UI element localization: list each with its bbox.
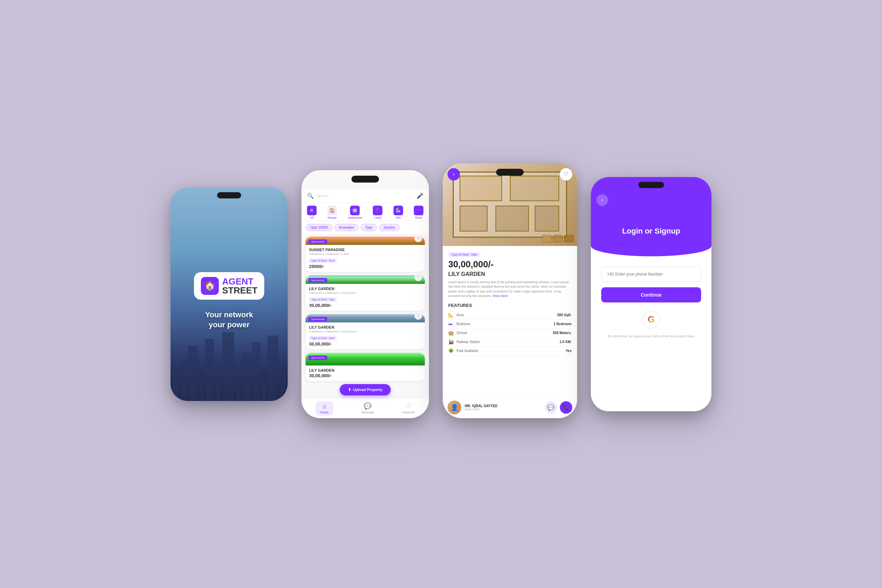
logo-icon: 🏠: [201, 277, 219, 295]
listing-title-lily2: LILY GARDEN: [309, 325, 422, 329]
listing-sub-sunset: 2 Bedroom | 1 Bathroom | 1 Bath: [309, 252, 422, 256]
railway-icon: 🚂: [448, 339, 456, 345]
filter-chip-price[interactable]: Upto 10000: [306, 224, 333, 231]
railway-label: Railway Station: [456, 340, 560, 344]
message-nav-label: Message: [362, 411, 374, 414]
nav-label-info: Info: [396, 216, 401, 219]
listing-card-lily2[interactable]: Sponsored ♡ LILY GARDEN 2 Bedroom | 2 Ba…: [306, 314, 425, 350]
phone-detail: ‹ ♡: [443, 163, 577, 418]
nav-item-house[interactable]: 🏠 House: [327, 206, 337, 219]
agent-name: MR. IQBAL SAYYED: [465, 404, 541, 408]
listing-price-lily3: 30,00,000/-: [309, 373, 422, 378]
home-nav-icon: ⌂: [322, 403, 326, 410]
detail-deal-tag: Type of Deal : Sale: [448, 252, 480, 257]
bottom-nav-home[interactable]: ⌂ Home: [316, 401, 333, 416]
favourite-btn-2[interactable]: ♡: [414, 275, 422, 281]
feature-row-park: 🌳 Park Available Yes: [448, 346, 572, 356]
detail-body: Type of Deal : Sale 30,00,000/- LILY GAR…: [443, 246, 577, 397]
listing-info-sunset: SUNSET PARADISE 2 Bedroom | 1 Bathroom |…: [306, 245, 425, 272]
listing-price-lily1: 30,00,000/-: [309, 303, 422, 308]
agent-info: MR. IQBAL SAYYED REALTORS: [465, 404, 541, 411]
detail-screen: ‹ ♡: [443, 163, 577, 418]
listing-card-lily1[interactable]: Sponsored ♡ LILY GARDEN 2 Bedroom | 2 Ba…: [306, 275, 425, 311]
bedroom-label: Bedroom: [456, 322, 554, 326]
nav-item-more[interactable]: ⋯ More: [414, 206, 423, 219]
agent-role: REALTORS: [465, 408, 541, 411]
floorplan-grid: [453, 171, 567, 238]
call-agent-btn[interactable]: 📞: [560, 401, 572, 414]
deal-type-lily1: Type of Deal : Sale: [309, 297, 337, 302]
google-signin-btn[interactable]: G: [642, 311, 660, 328]
listing-card-lily3[interactable]: Sponsored LILY GARDEN 30,00,000/-: [306, 353, 425, 381]
search-placeholder[interactable]: Search: [316, 194, 328, 198]
login-terms: By continuing, you agree to our Terms of…: [608, 334, 694, 339]
feature-row-railway: 🚂 Railway Station 1.5 KM.: [448, 338, 572, 346]
detail-favourite-btn[interactable]: ♡: [560, 168, 572, 180]
listing-info-lily2: LILY GARDEN 2 Bedroom | 2 Bathroom | Liv…: [306, 322, 425, 349]
detail-hero-image: ‹ ♡: [443, 163, 577, 246]
logo-text: AGENT STREET: [222, 277, 258, 295]
favourite-nav-icon: ♡: [406, 402, 411, 410]
filter-chip-type[interactable]: Type: [361, 224, 377, 231]
show-more-btn[interactable]: Show More: [492, 294, 508, 298]
message-agent-btn[interactable]: 💬: [545, 401, 557, 414]
filter-chip-amenities[interactable]: Amenities: [334, 224, 358, 231]
nav-icon-apartment: 🏢: [350, 206, 360, 215]
login-body: Continue G By continuing, you agree to o…: [591, 246, 711, 411]
nav-icon-all: ⊞: [307, 206, 316, 215]
listing-image-lily3: Sponsored: [306, 353, 425, 366]
bottom-nav-message[interactable]: 💬 Message: [362, 402, 374, 414]
area-label: Area: [456, 313, 557, 317]
nav-item-land[interactable]: 📍 Land: [373, 206, 382, 219]
bottom-nav-favourite[interactable]: ♡ Favourite: [402, 402, 415, 414]
feature-row-area: 📐 Area 580 Sqft.: [448, 311, 572, 320]
school-icon: 🏫: [448, 330, 456, 336]
detail-back-btn[interactable]: ‹: [447, 168, 460, 180]
listing-info-lily1: LILY GARDEN 2 Bedroom | 2 Bathroom | Liv…: [306, 284, 425, 311]
listing-sub-lily1: 2 Bedroom | 2 Bathroom | Living Room: [309, 291, 422, 294]
nav-item-info[interactable]: 🏪 Info: [393, 206, 403, 219]
nav-item-apartment[interactable]: 🏢 Apartment: [348, 206, 363, 219]
google-g-icon: G: [648, 314, 655, 325]
login-back-btn[interactable]: ‹: [596, 194, 608, 206]
school-value: 500 Meters.: [553, 331, 572, 335]
nav-label-house: House: [328, 216, 337, 219]
upload-property-btn[interactable]: ⬆ Upload Property: [340, 384, 391, 396]
park-icon: 🌳: [448, 348, 456, 353]
message-nav-icon: 💬: [364, 402, 371, 410]
sponsored-badge-3: Sponsored: [308, 317, 327, 321]
agent-contact-buttons: 💬 📞: [545, 401, 572, 414]
login-screen: ‹ Login or Signup Continue G By continui…: [591, 177, 711, 411]
listing-list: Sponsored ♡ SUNSET PARADISE 2 Bedroom | …: [302, 234, 429, 384]
login-header: ‹ Login or Signup: [591, 177, 711, 246]
features-section: FEATURES 📐 Area 580 Sqft. 🛏 Bedroom 1 Be…: [448, 303, 572, 356]
mic-icon[interactable]: 🎤: [417, 192, 423, 199]
listing-title-lily3: LILY GARDEN: [309, 368, 422, 372]
sponsored-badge-4: Sponsored: [308, 356, 327, 360]
category-nav: ⊞ All 🏠 House 🏢 Apartment 📍 Land 🏪: [302, 203, 429, 221]
search-bar: 🔍 Search 🎤: [302, 189, 429, 203]
filter-chip-section[interactable]: Section: [379, 224, 399, 231]
agent-bar: 👤 MR. IQBAL SAYYED REALTORS 💬 📞: [443, 397, 577, 418]
listing-card-sunset[interactable]: Sponsored ♡ SUNSET PARADISE 2 Bedroom | …: [306, 237, 425, 272]
listing-title-sunset: SUNSET PARADISE: [309, 248, 422, 252]
favourite-btn-3[interactable]: ♡: [414, 314, 422, 320]
nav-icon-house: 🏠: [327, 206, 337, 215]
phone-number-input[interactable]: [601, 267, 701, 282]
sponsored-badge-1: Sponsored: [308, 239, 327, 244]
detail-description: Lorem Ipsum is simply dummy text of the …: [448, 280, 572, 298]
nav-icon-land: 📍: [373, 206, 382, 215]
agent-avatar: 👤: [447, 400, 461, 414]
sponsored-badge-2: Sponsored: [308, 278, 327, 282]
bottom-navigation: ⌂ Home 💬 Message ♡ Favourite: [302, 398, 429, 418]
feature-row-bedroom: 🛏 Bedroom 1 Bedroom: [448, 320, 572, 328]
school-label: School: [456, 331, 553, 335]
listing-price-lily2: 30,00,000/-: [309, 341, 422, 346]
favourite-btn-1[interactable]: ♡: [414, 237, 422, 243]
home-nav-label: Home: [320, 411, 328, 414]
continue-btn[interactable]: Continue: [601, 287, 701, 303]
deal-type-sunset: Type of Deal : Rent: [309, 258, 337, 263]
listing-image-sunset: Sponsored ♡: [306, 237, 425, 245]
nav-item-all[interactable]: ⊞ All: [307, 206, 316, 219]
area-value: 580 Sqft.: [557, 313, 572, 317]
